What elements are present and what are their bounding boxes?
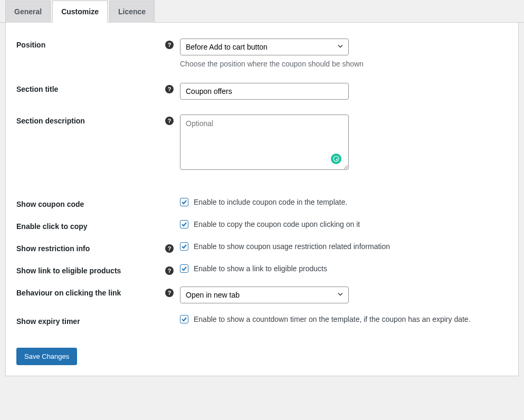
row-section-description: Section description ? [16,114,508,171]
row-eligible-link: Show link to eligible products ? Enable … [16,264,508,275]
save-button[interactable]: Save Changes [16,348,77,365]
restriction-info-desc: Enable to show coupon usage restriction … [194,242,390,251]
position-description: Choose the position where the coupon sho… [180,60,508,68]
label-eligible-link: Show link to eligible products [16,266,165,275]
row-expiry-timer: Show expiry timer Enable to show a count… [16,315,508,326]
label-click-to-copy: Enable click to copy [16,222,165,231]
label-behaviour-link: Behaviour on clicking the link [16,289,165,297]
help-icon[interactable]: ? [165,41,174,49]
label-position: Position [16,41,165,49]
help-icon[interactable]: ? [165,117,174,125]
help-icon[interactable]: ? [165,244,174,253]
row-show-coupon-code: Show coupon code Enable to include coupo… [16,198,508,208]
show-coupon-code-desc: Enable to include coupon code in the tem… [194,198,347,206]
help-icon[interactable]: ? [165,85,174,93]
row-restriction-info: Show restriction info ? Enable to show c… [16,242,508,253]
label-section-title: Section title [16,85,165,93]
help-icon[interactable]: ? [165,266,174,275]
label-show-coupon-code: Show coupon code [16,200,165,208]
expiry-timer-desc: Enable to show a countdown timer on the … [194,315,471,323]
tab-general[interactable]: General [5,1,51,23]
label-restriction-info: Show restriction info [16,244,165,253]
settings-panel: Position ? Before Add to cart button Cho… [5,23,519,376]
help-icon[interactable]: ? [165,289,174,297]
expiry-timer-checkbox[interactable] [180,315,188,323]
position-select[interactable]: Before Add to cart button [180,39,349,55]
label-section-description: Section description [16,117,165,125]
eligible-link-desc: Enable to show a link to eligible produc… [194,264,327,273]
row-click-to-copy: Enable click to copy Enable to copy the … [16,220,508,231]
row-section-title: Section title ? [16,83,508,100]
section-description-textarea[interactable] [180,114,349,170]
section-title-input[interactable] [180,83,349,100]
tab-customize[interactable]: Customize [52,1,108,23]
row-position: Position ? Before Add to cart button Cho… [16,39,508,68]
behaviour-link-select[interactable]: Open in new tab [180,287,349,303]
tab-licence[interactable]: Licence [109,1,155,23]
label-expiry-timer: Show expiry timer [16,317,165,326]
click-to-copy-checkbox[interactable] [180,220,188,228]
grammarly-icon[interactable] [331,154,341,164]
restriction-info-checkbox[interactable] [180,242,188,251]
eligible-link-checkbox[interactable] [180,264,188,273]
tab-bar: General Customize Licence [0,0,524,23]
show-coupon-code-checkbox[interactable] [180,198,188,206]
click-to-copy-desc: Enable to copy the coupon code upon clic… [194,220,360,228]
row-behaviour-link: Behaviour on clicking the link ? Open in… [16,287,508,303]
